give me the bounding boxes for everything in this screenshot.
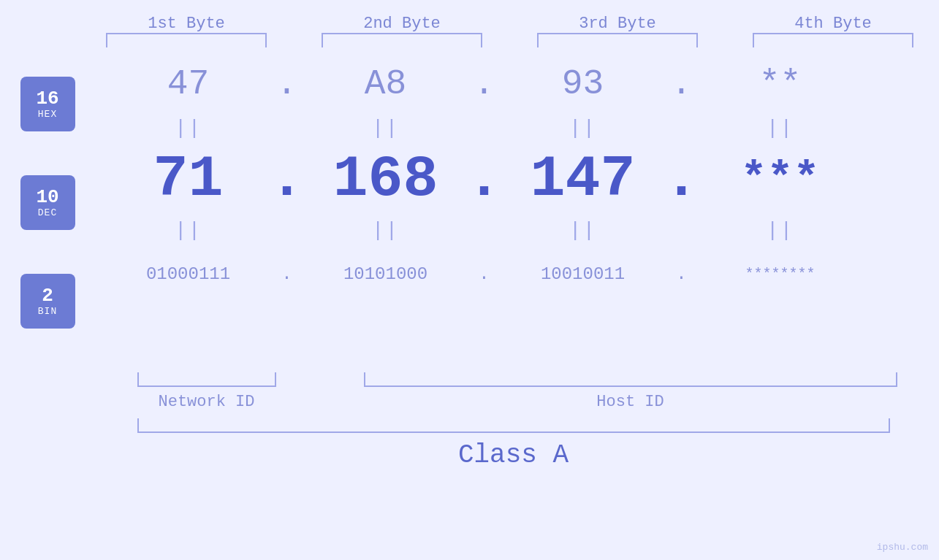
eq1-b4: || xyxy=(700,117,861,139)
main-container: 1st Byte 2nd Byte 3rd Byte 4th Byte 16 H… xyxy=(0,0,939,560)
byte2-label: 2nd Byte xyxy=(322,15,482,33)
badges-column: 16 HEX 10 DEC 2 BIN xyxy=(20,55,108,372)
top-bracket-row xyxy=(79,33,940,47)
eq1-b2: || xyxy=(305,117,466,139)
dec-badge-label: DEC xyxy=(38,207,57,218)
eq2-b3: || xyxy=(503,219,664,242)
bracket-byte2 xyxy=(322,33,482,47)
bin-b2: 10101000 xyxy=(305,264,466,284)
network-id-bracket xyxy=(137,372,276,387)
hex-dot3: . xyxy=(664,64,700,104)
bin-row: 01000111 . 10101000 . 10010011 . xyxy=(108,245,919,303)
dec-b1: 71 xyxy=(108,146,269,212)
bin-b3: 10010011 xyxy=(503,264,664,284)
byte3-label: 3rd Byte xyxy=(537,15,698,33)
eq2-b1: || xyxy=(108,219,269,242)
hex-badge: 16 HEX xyxy=(20,77,75,131)
bin-dot3: . xyxy=(664,264,700,284)
equals-row-2: || || || || xyxy=(108,215,919,245)
dec-b2: 168 xyxy=(305,146,466,212)
eq2-b2: || xyxy=(305,219,466,242)
equals-row-1: || || || || xyxy=(108,113,919,142)
watermark: ipshu.com xyxy=(877,542,928,553)
id-label-row: Network ID Host ID xyxy=(108,372,919,411)
bin-dot2: . xyxy=(466,264,503,284)
bracket-byte3 xyxy=(537,33,698,47)
dec-row: 71 . 168 . 147 . *** xyxy=(108,142,919,215)
network-id-label: Network ID xyxy=(158,393,254,411)
hex-dot2: . xyxy=(466,64,503,104)
host-id-label: Host ID xyxy=(596,393,664,411)
dec-badge: 10 DEC xyxy=(20,175,75,230)
byte4-label: 4th Byte xyxy=(753,15,913,33)
network-id-section: Network ID xyxy=(108,372,305,411)
bin-dot1: . xyxy=(269,264,305,284)
hex-b3: 93 xyxy=(503,64,664,104)
main-area: 16 HEX 10 DEC 2 BIN 47 . xyxy=(20,55,919,372)
hex-b1: 47 xyxy=(108,64,269,104)
hex-badge-number: 16 xyxy=(36,88,58,110)
bin-badge-label: BIN xyxy=(38,306,57,317)
byte1-label: 1st Byte xyxy=(106,15,267,33)
dec-b4: *** xyxy=(700,154,861,204)
bracket-byte4 xyxy=(753,33,913,47)
bin-b4: ******** xyxy=(700,266,861,283)
dec-dot3: . xyxy=(664,146,700,212)
host-id-bracket xyxy=(364,372,897,387)
eq2-b4: || xyxy=(700,219,861,242)
bin-b1: 01000111 xyxy=(108,264,269,284)
hex-dot1: . xyxy=(269,64,305,104)
bin-badge: 2 BIN xyxy=(20,274,75,329)
eq1-b3: || xyxy=(503,117,664,139)
eq1-b1: || xyxy=(108,117,269,139)
dec-dot2: . xyxy=(466,146,503,212)
dec-badge-number: 10 xyxy=(36,187,58,208)
dec-dot1: . xyxy=(269,146,305,212)
hex-b4: ** xyxy=(700,64,861,104)
hex-b2: A8 xyxy=(305,64,466,104)
host-id-section: Host ID xyxy=(342,372,919,411)
dec-b3: 147 xyxy=(503,146,664,212)
header-row: 1st Byte 2nd Byte 3rd Byte 4th Byte xyxy=(79,15,940,33)
values-grid: 47 . A8 . 93 . ** xyxy=(108,55,919,303)
class-bracket xyxy=(137,418,890,433)
class-label: Class A xyxy=(458,440,569,470)
hex-row: 47 . A8 . 93 . ** xyxy=(108,55,919,113)
bracket-byte1 xyxy=(106,33,267,47)
hex-badge-label: HEX xyxy=(38,109,57,120)
bin-badge-number: 2 xyxy=(42,285,53,307)
class-section: Class A xyxy=(108,418,919,470)
